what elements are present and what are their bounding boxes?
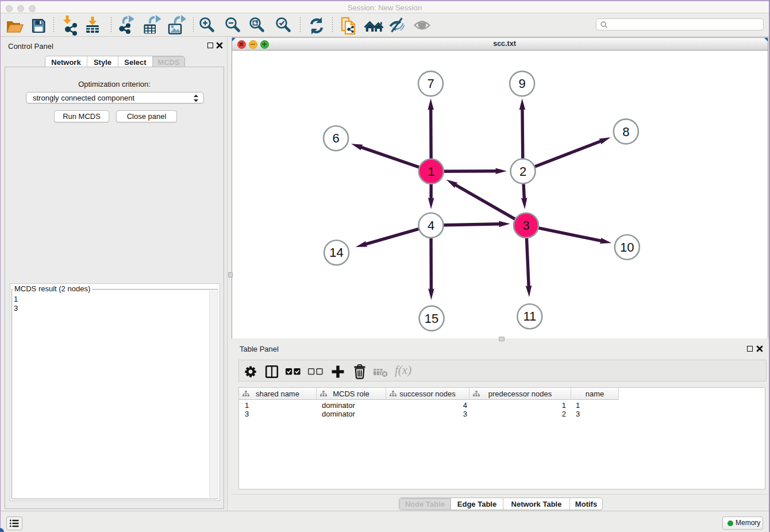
svg-text:15: 15 — [425, 311, 438, 326]
svg-text:11: 11 — [523, 309, 536, 323]
svg-text:3: 3 — [522, 218, 529, 233]
svg-text:4: 4 — [428, 218, 434, 233]
svg-text:10: 10 — [620, 240, 634, 255]
svg-text:7: 7 — [427, 76, 434, 91]
svg-text:6: 6 — [332, 131, 339, 145]
svg-text:9: 9 — [518, 76, 525, 91]
svg-text:8: 8 — [622, 125, 629, 139]
svg-text:2: 2 — [519, 164, 526, 179]
svg-text:1: 1 — [428, 164, 434, 179]
svg-text:14: 14 — [329, 245, 343, 260]
